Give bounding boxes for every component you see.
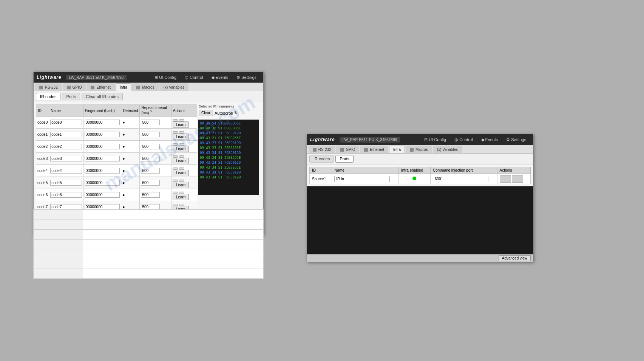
- row-learn-button[interactable]: Learn: [173, 182, 189, 188]
- row-learn-button[interactable]: Learn: [173, 158, 189, 164]
- nav2-settings[interactable]: ⚙ Settings: [502, 136, 530, 143]
- row-learn-button[interactable]: Learn: [173, 121, 189, 128]
- subtab2-ports[interactable]: Ports: [335, 155, 354, 163]
- row-hash-input[interactable]: [85, 168, 120, 174]
- nav-control[interactable]: ◎ Control: [181, 74, 207, 81]
- row-learn-button[interactable]: Learn: [173, 170, 189, 176]
- tab2-variables[interactable]: (x) Variables: [433, 146, 462, 153]
- row-name-input[interactable]: [50, 168, 82, 174]
- row-id: code1: [36, 128, 49, 140]
- action-btn2[interactable]: [512, 175, 523, 183]
- tab2-rs232[interactable]: RS-232: [309, 146, 335, 153]
- row-btn2[interactable]: [179, 204, 184, 206]
- row-btn1[interactable]: [173, 119, 178, 121]
- row-btn2[interactable]: [179, 119, 184, 121]
- row-repeat-input[interactable]: [141, 168, 160, 174]
- nav2-control[interactable]: ◎ Control: [451, 136, 476, 143]
- row-btn1[interactable]: [173, 167, 178, 170]
- fp-line: 09:43:24 S1 25BB265E: [200, 155, 257, 160]
- tab2-ethernet[interactable]: Ethernet: [360, 146, 388, 153]
- row-repeat-input[interactable]: [141, 204, 160, 210]
- row-repeat-input[interactable]: [141, 120, 160, 125]
- row-name-input[interactable]: [50, 120, 82, 125]
- row-btn2[interactable]: [179, 155, 184, 158]
- row-name-input[interactable]: [50, 180, 82, 186]
- tab-rs232[interactable]: RS-232: [35, 83, 62, 91]
- nav-events[interactable]: ◆ Events: [208, 74, 232, 81]
- tab-macros[interactable]: Macros: [132, 83, 159, 91]
- tab-infra[interactable]: Infra: [116, 83, 131, 91]
- row-detected: ●: [121, 140, 140, 152]
- row-name-input[interactable]: [50, 204, 82, 210]
- row-repeat-input[interactable]: [141, 192, 160, 198]
- row-btn1[interactable]: [173, 143, 178, 146]
- port-injection-input[interactable]: [433, 176, 488, 182]
- row-btn2[interactable]: [179, 180, 184, 182]
- row-btn2[interactable]: [179, 143, 184, 146]
- action-btn1[interactable]: [500, 175, 511, 183]
- ethernet-icon2: [364, 148, 368, 152]
- nav-ui-config[interactable]: ⊞ UI Config: [151, 74, 180, 81]
- subtab-ports[interactable]: Ports: [62, 93, 80, 100]
- row-hash-cell: [83, 189, 121, 201]
- row-btn2[interactable]: [179, 131, 184, 134]
- row-hash-input[interactable]: [85, 132, 120, 137]
- fp-controls: Clear Autoscroll ↻: [199, 110, 261, 116]
- row-hash-input[interactable]: [85, 180, 120, 186]
- tab2-macros[interactable]: Macros: [406, 146, 432, 153]
- tab-variables[interactable]: (x) Variables: [159, 83, 188, 91]
- subtabs-row1: IR codes Ports Clear all IR codes: [34, 91, 263, 102]
- row-btn1[interactable]: [173, 192, 178, 194]
- row-btn1[interactable]: [173, 204, 178, 206]
- clear-button[interactable]: Clear: [199, 110, 213, 116]
- detected-indicator: ●: [122, 144, 125, 149]
- row-repeat-input[interactable]: [141, 180, 160, 186]
- row-btn1[interactable]: [173, 180, 178, 182]
- row-repeat-cell: [140, 116, 171, 128]
- row-learn-button[interactable]: Learn: [173, 134, 189, 140]
- subtab-clear-all[interactable]: Clear all IR codes: [82, 93, 123, 100]
- row-repeat-input[interactable]: [141, 144, 160, 149]
- row-name-cell: [49, 140, 83, 152]
- row-hash-input[interactable]: [85, 204, 120, 210]
- row-name-input[interactable]: [50, 156, 82, 161]
- nav2-ui-config[interactable]: ⊞ UI Config: [420, 136, 450, 143]
- tab2-gpio[interactable]: GPIO: [336, 146, 360, 153]
- row-btn1[interactable]: [173, 131, 178, 134]
- row-repeat-input[interactable]: [141, 132, 160, 137]
- row-hash-input[interactable]: [85, 192, 120, 198]
- nav-settings[interactable]: ⚙ Settings: [233, 74, 260, 81]
- macros-icon: [136, 86, 140, 89]
- port-name-input[interactable]: [334, 176, 390, 182]
- row-learn-button[interactable]: Learn: [173, 146, 189, 152]
- row-name-cell: [49, 177, 83, 189]
- advanced-view-button2[interactable]: Advanced view: [499, 255, 531, 261]
- subtab2-ir-codes[interactable]: IR codes: [309, 155, 334, 163]
- row-actions-cell: Learn: [171, 189, 197, 201]
- row-hash-input[interactable]: [85, 144, 120, 149]
- row-repeat-input[interactable]: [141, 156, 160, 161]
- subtabs-row2: IR codes Ports: [307, 154, 533, 164]
- nav2-events[interactable]: ◆ Events: [477, 136, 502, 143]
- row-btn2[interactable]: [179, 192, 184, 194]
- row-hash-input[interactable]: [85, 120, 120, 125]
- row-name-input[interactable]: [50, 144, 82, 149]
- tab-ethernet[interactable]: Ethernet: [86, 83, 115, 91]
- row-learn-button[interactable]: Learn: [173, 194, 189, 200]
- grid-icon: ⊞: [154, 75, 158, 80]
- tab-gpio[interactable]: GPIO: [63, 83, 86, 91]
- row-hash-cell: [83, 177, 121, 189]
- row-btn2[interactable]: [179, 167, 184, 170]
- tab2-infra[interactable]: Infra: [389, 146, 405, 153]
- row-btn1[interactable]: [173, 155, 178, 158]
- autoscroll-label: Autoscroll: [215, 111, 233, 115]
- row-hash-input[interactable]: [85, 156, 120, 161]
- row-name-cell: [49, 152, 83, 164]
- bottom-col1: [34, 269, 83, 279]
- row-name-input[interactable]: [50, 132, 82, 137]
- row-name-input[interactable]: [50, 192, 82, 198]
- bottom-table-area: [33, 209, 264, 279]
- list-item: [34, 210, 263, 220]
- row-hash-cell: [83, 152, 121, 164]
- subtab-ir-codes[interactable]: IR codes: [36, 93, 60, 100]
